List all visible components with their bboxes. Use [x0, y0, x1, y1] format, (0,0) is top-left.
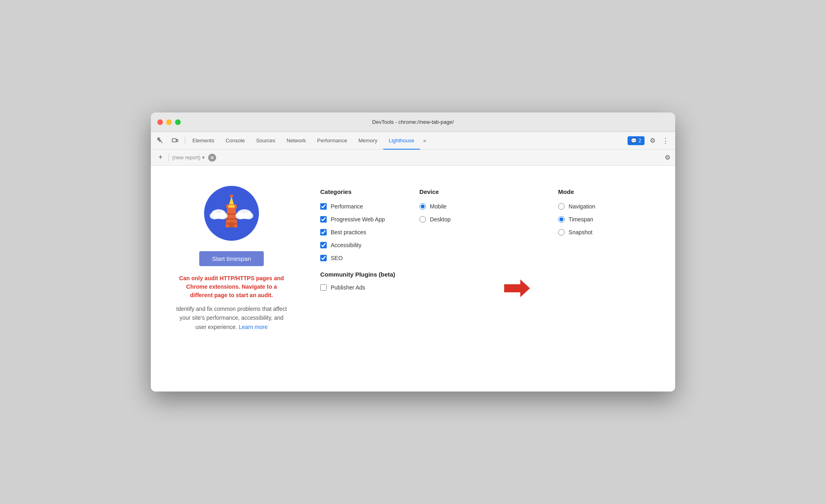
svg-rect-9: [226, 213, 237, 215]
categories-section: Categories Performance Progressive Web A…: [320, 188, 395, 372]
devtools-settings-button[interactable]: ⚙: [646, 134, 659, 147]
category-pwa[interactable]: Progressive Web App: [320, 216, 395, 223]
window-title: DevTools - chrome://new-tab-page/: [372, 119, 454, 125]
devtools-tab-bar: Elements Console Sources Network Perform…: [151, 132, 675, 150]
tab-memory[interactable]: Memory: [353, 132, 383, 150]
lighthouse-logo: [203, 185, 260, 242]
device-mobile[interactable]: Mobile: [419, 203, 476, 210]
svg-rect-2: [176, 140, 178, 142]
device-title: Device: [419, 188, 476, 195]
seo-checkbox[interactable]: [320, 255, 327, 261]
devtools-window: DevTools - chrome://new-tab-page/ Elemen…: [151, 112, 675, 392]
traffic-lights: [157, 119, 181, 125]
cancel-report-button[interactable]: [208, 154, 216, 162]
mode-navigation[interactable]: Navigation: [558, 203, 615, 210]
device-section: Device Mobile Desktop: [419, 188, 476, 372]
category-accessibility[interactable]: Accessibility: [320, 242, 395, 248]
gear-icon: ⚙: [665, 154, 670, 161]
inspect-icon[interactable]: [154, 134, 167, 147]
report-bar-separator: [169, 154, 169, 162]
tab-console[interactable]: Console: [220, 132, 250, 150]
report-bar: + (new report) ▾ ⚙: [151, 150, 675, 166]
tab-lighthouse[interactable]: Lighthouse: [383, 132, 420, 150]
performance-checkbox[interactable]: [320, 203, 327, 210]
vertical-dots-icon: ⋮: [662, 136, 669, 145]
more-tabs-button[interactable]: »: [420, 132, 429, 150]
timespan-radio[interactable]: [558, 216, 565, 223]
mode-title: Mode: [558, 188, 615, 195]
main-content: Start timespan Can only audit HTTP/HTTPS…: [151, 166, 675, 392]
notifications-button[interactable]: 💬 2: [628, 136, 645, 145]
description-text: Identify and fix common problems that af…: [175, 304, 288, 331]
svg-point-18: [244, 212, 253, 219]
maximize-button[interactable]: [175, 119, 181, 125]
device-desktop[interactable]: Desktop: [419, 216, 476, 223]
desktop-radio[interactable]: [419, 216, 426, 223]
add-report-button[interactable]: +: [156, 153, 165, 162]
gear-icon: ⚙: [650, 137, 655, 144]
best-practices-checkbox[interactable]: [320, 229, 327, 235]
tab-network[interactable]: Network: [281, 132, 312, 150]
category-publisher-ads[interactable]: Publisher Ads: [320, 284, 395, 291]
left-panel: Start timespan Can only audit HTTP/HTTPS…: [175, 185, 288, 372]
devtools-more-button[interactable]: ⋮: [659, 134, 672, 147]
close-button[interactable]: [157, 119, 163, 125]
svg-marker-21: [504, 279, 530, 297]
dropdown-arrow-icon: ▾: [202, 154, 205, 160]
category-seo[interactable]: SEO: [320, 255, 395, 261]
publisher-ads-checkbox[interactable]: [320, 284, 327, 291]
tab-sources[interactable]: Sources: [250, 132, 281, 150]
navigation-radio[interactable]: [558, 203, 565, 210]
snapshot-radio[interactable]: [558, 229, 565, 235]
svg-rect-1: [172, 139, 176, 142]
category-best-practices[interactable]: Best practices: [320, 229, 395, 235]
tab-divider: [185, 137, 185, 145]
mode-timespan[interactable]: Timespan: [558, 216, 615, 223]
category-performance[interactable]: Performance: [320, 203, 395, 210]
title-bar: DevTools - chrome://new-tab-page/: [151, 112, 675, 132]
report-bar-settings-button[interactable]: ⚙: [665, 154, 670, 161]
chat-icon: 💬: [631, 138, 637, 144]
svg-rect-10: [226, 218, 237, 220]
tab-performance[interactable]: Performance: [311, 132, 353, 150]
svg-rect-12: [229, 222, 234, 227]
right-panel: Categories Performance Progressive Web A…: [320, 185, 651, 372]
categories-title: Categories: [320, 188, 395, 195]
community-plugins-title: Community Plugins (beta): [320, 271, 395, 278]
report-select[interactable]: (new report) ▾: [172, 154, 205, 160]
warning-message: Can only audit HTTP/HTTPS pages and Chro…: [175, 274, 288, 300]
svg-rect-8: [228, 205, 235, 208]
red-arrow-indicator: [500, 204, 534, 372]
mobile-radio[interactable]: [419, 203, 426, 210]
start-timespan-button[interactable]: Start timespan: [199, 251, 264, 266]
minimize-button[interactable]: [166, 119, 172, 125]
svg-point-15: [218, 212, 227, 219]
learn-more-link[interactable]: Learn more: [239, 324, 268, 330]
svg-rect-20: [230, 195, 233, 197]
pwa-checkbox[interactable]: [320, 216, 327, 223]
accessibility-checkbox[interactable]: [320, 242, 327, 248]
tab-elements[interactable]: Elements: [187, 132, 220, 150]
device-toggle-icon[interactable]: [169, 134, 181, 147]
mode-snapshot[interactable]: Snapshot: [558, 229, 615, 235]
mode-section: Mode Navigation Timespan Snapshot: [558, 188, 615, 372]
